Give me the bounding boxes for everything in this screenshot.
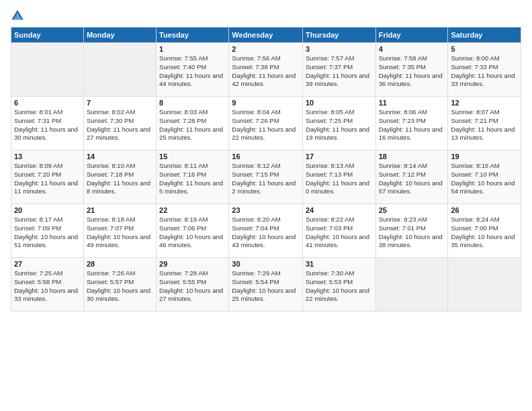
day-info: Sunrise: 7:58 AMSunset: 7:35 PMDaylight:…	[379, 54, 445, 89]
day-number: 12	[451, 99, 518, 107]
day-number: 30	[232, 260, 300, 268]
calendar-cell: 5Sunrise: 8:00 AMSunset: 7:33 PMDaylight…	[448, 43, 521, 97]
weekday-header-monday: Monday	[83, 28, 156, 43]
day-number: 10	[306, 99, 373, 107]
calendar-cell	[448, 258, 521, 312]
day-number: 27	[14, 260, 81, 268]
calendar-cell: 2Sunrise: 7:56 AMSunset: 7:38 PMDaylight…	[229, 43, 303, 97]
calendar-cell: 19Sunrise: 8:16 AMSunset: 7:10 PMDayligh…	[448, 150, 521, 204]
day-number: 17	[306, 152, 373, 161]
calendar-cell: 16Sunrise: 8:12 AMSunset: 7:15 PMDayligh…	[229, 150, 303, 204]
day-info: Sunrise: 7:30 AMSunset: 5:53 PMDaylight:…	[306, 269, 373, 304]
day-number: 24	[306, 206, 373, 214]
day-number: 21	[87, 206, 153, 214]
calendar-cell: 6Sunrise: 8:01 AMSunset: 7:31 PMDaylight…	[11, 97, 84, 150]
calendar-cell: 9Sunrise: 8:04 AMSunset: 7:26 PMDaylight…	[229, 97, 303, 150]
day-info: Sunrise: 8:23 AMSunset: 7:01 PMDaylight:…	[379, 216, 445, 250]
calendar-table: SundayMondayTuesdayWednesdayThursdayFrid…	[11, 27, 521, 312]
page: SundayMondayTuesdayWednesdayThursdayFrid…	[0, 0, 532, 411]
calendar-cell: 7Sunrise: 8:02 AMSunset: 7:30 PMDaylight…	[83, 97, 156, 150]
weekday-header-friday: Friday	[375, 28, 448, 43]
logo-icon	[11, 8, 24, 21]
day-info: Sunrise: 8:14 AMSunset: 7:12 PMDaylight:…	[379, 162, 445, 196]
calendar-cell: 30Sunrise: 7:29 AMSunset: 5:54 PMDayligh…	[229, 258, 303, 312]
day-number: 11	[379, 99, 445, 107]
day-info: Sunrise: 8:03 AMSunset: 7:28 PMDaylight:…	[159, 108, 226, 142]
day-info: Sunrise: 8:04 AMSunset: 7:26 PMDaylight:…	[232, 108, 300, 142]
calendar-cell: 28Sunrise: 7:26 AMSunset: 5:57 PMDayligh…	[83, 258, 156, 312]
day-number: 29	[159, 260, 226, 268]
calendar-cell: 26Sunrise: 8:24 AMSunset: 7:00 PMDayligh…	[448, 204, 521, 258]
day-info: Sunrise: 7:28 AMSunset: 5:55 PMDaylight:…	[159, 269, 226, 304]
calendar-cell: 27Sunrise: 7:25 AMSunset: 5:58 PMDayligh…	[11, 258, 84, 312]
day-number: 8	[159, 99, 226, 107]
calendar-cell: 4Sunrise: 7:58 AMSunset: 7:35 PMDaylight…	[375, 43, 448, 97]
day-number: 22	[159, 206, 226, 214]
day-info: Sunrise: 7:26 AMSunset: 5:57 PMDaylight:…	[87, 269, 153, 304]
day-number: 6	[14, 99, 81, 107]
day-number: 1	[159, 45, 226, 53]
day-number: 31	[306, 260, 373, 268]
day-number: 13	[14, 152, 81, 161]
weekday-row: SundayMondayTuesdayWednesdayThursdayFrid…	[11, 28, 521, 43]
calendar-cell: 22Sunrise: 8:19 AMSunset: 7:06 PMDayligh…	[157, 204, 229, 258]
day-number: 28	[87, 260, 153, 268]
day-info: Sunrise: 8:18 AMSunset: 7:07 PMDaylight:…	[87, 216, 153, 250]
weekday-header-thursday: Thursday	[302, 28, 375, 43]
day-info: Sunrise: 8:07 AMSunset: 7:21 PMDaylight:…	[451, 108, 518, 142]
calendar-cell: 23Sunrise: 8:20 AMSunset: 7:04 PMDayligh…	[229, 204, 303, 258]
day-number: 18	[379, 152, 445, 161]
day-number: 14	[87, 152, 153, 161]
day-info: Sunrise: 8:00 AMSunset: 7:33 PMDaylight:…	[451, 54, 518, 89]
calendar-cell: 31Sunrise: 7:30 AMSunset: 5:53 PMDayligh…	[302, 258, 375, 312]
day-info: Sunrise: 8:12 AMSunset: 7:15 PMDaylight:…	[232, 162, 300, 196]
day-info: Sunrise: 8:13 AMSunset: 7:13 PMDaylight:…	[306, 162, 373, 196]
calendar-week-3: 13Sunrise: 8:09 AMSunset: 7:20 PMDayligh…	[11, 150, 521, 204]
calendar-cell: 10Sunrise: 8:05 AMSunset: 7:25 PMDayligh…	[302, 97, 375, 150]
day-number: 7	[87, 99, 153, 107]
day-info: Sunrise: 8:01 AMSunset: 7:31 PMDaylight:…	[14, 108, 81, 142]
day-info: Sunrise: 7:56 AMSunset: 7:38 PMDaylight:…	[232, 54, 300, 89]
weekday-header-saturday: Saturday	[448, 28, 521, 43]
calendar-cell: 3Sunrise: 7:57 AMSunset: 7:37 PMDaylight…	[302, 43, 375, 97]
header	[11, 8, 521, 21]
day-info: Sunrise: 8:02 AMSunset: 7:30 PMDaylight:…	[87, 108, 153, 142]
day-number: 20	[14, 206, 81, 214]
day-info: Sunrise: 8:17 AMSunset: 7:09 PMDaylight:…	[14, 216, 81, 250]
calendar-week-1: 1Sunrise: 7:55 AMSunset: 7:40 PMDaylight…	[11, 43, 521, 97]
day-number: 5	[451, 45, 518, 53]
day-number: 9	[232, 99, 300, 107]
day-number: 25	[379, 206, 445, 214]
day-info: Sunrise: 8:11 AMSunset: 7:16 PMDaylight:…	[159, 162, 226, 196]
calendar-cell	[11, 43, 84, 97]
calendar-cell: 1Sunrise: 7:55 AMSunset: 7:40 PMDaylight…	[157, 43, 229, 97]
calendar-cell: 20Sunrise: 8:17 AMSunset: 7:09 PMDayligh…	[11, 204, 84, 258]
day-info: Sunrise: 8:16 AMSunset: 7:10 PMDaylight:…	[451, 162, 518, 196]
day-info: Sunrise: 7:55 AMSunset: 7:40 PMDaylight:…	[159, 54, 226, 89]
day-number: 2	[232, 45, 300, 53]
day-info: Sunrise: 8:05 AMSunset: 7:25 PMDaylight:…	[306, 108, 373, 142]
calendar-cell	[83, 43, 156, 97]
day-info: Sunrise: 7:25 AMSunset: 5:58 PMDaylight:…	[14, 269, 81, 304]
calendar-cell: 29Sunrise: 7:28 AMSunset: 5:55 PMDayligh…	[157, 258, 229, 312]
day-info: Sunrise: 8:06 AMSunset: 7:23 PMDaylight:…	[379, 108, 445, 142]
calendar-cell: 13Sunrise: 8:09 AMSunset: 7:20 PMDayligh…	[11, 150, 84, 204]
calendar-cell: 8Sunrise: 8:03 AMSunset: 7:28 PMDaylight…	[157, 97, 229, 150]
day-number: 26	[451, 206, 518, 214]
calendar-week-2: 6Sunrise: 8:01 AMSunset: 7:31 PMDaylight…	[11, 97, 521, 150]
day-info: Sunrise: 8:09 AMSunset: 7:20 PMDaylight:…	[14, 162, 81, 196]
calendar-week-4: 20Sunrise: 8:17 AMSunset: 7:09 PMDayligh…	[11, 204, 521, 258]
day-info: Sunrise: 8:22 AMSunset: 7:03 PMDaylight:…	[306, 216, 373, 250]
calendar-cell: 18Sunrise: 8:14 AMSunset: 7:12 PMDayligh…	[375, 150, 448, 204]
calendar-cell: 14Sunrise: 8:10 AMSunset: 7:18 PMDayligh…	[83, 150, 156, 204]
day-number: 19	[451, 152, 518, 161]
weekday-header-tuesday: Tuesday	[157, 28, 229, 43]
calendar-cell: 24Sunrise: 8:22 AMSunset: 7:03 PMDayligh…	[302, 204, 375, 258]
calendar-body: 1Sunrise: 7:55 AMSunset: 7:40 PMDaylight…	[11, 43, 521, 312]
calendar-cell: 17Sunrise: 8:13 AMSunset: 7:13 PMDayligh…	[302, 150, 375, 204]
calendar-cell: 15Sunrise: 8:11 AMSunset: 7:16 PMDayligh…	[157, 150, 229, 204]
day-number: 16	[232, 152, 300, 161]
day-number: 23	[232, 206, 300, 214]
day-info: Sunrise: 8:20 AMSunset: 7:04 PMDaylight:…	[232, 216, 300, 250]
day-info: Sunrise: 8:24 AMSunset: 7:00 PMDaylight:…	[451, 216, 518, 250]
